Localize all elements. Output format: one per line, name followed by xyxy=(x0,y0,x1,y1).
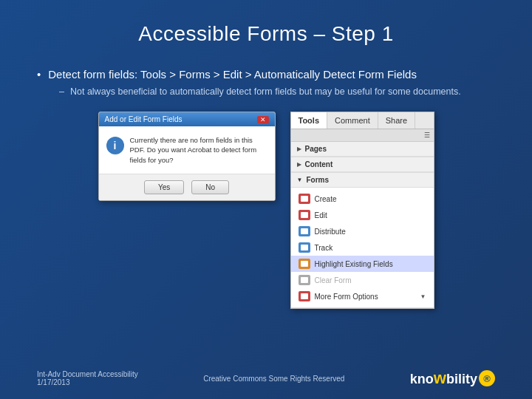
forms-item-clear: Clear Form xyxy=(291,272,434,288)
forms-title: Forms xyxy=(306,176,329,184)
edit-icon xyxy=(299,210,310,220)
main-bullet: Detect form fields: Tools > Forms > Edit… xyxy=(37,68,495,81)
logo-circle: ® xyxy=(479,370,495,386)
forms-item-more[interactable]: More Form Options ▼ xyxy=(291,288,434,304)
track-label: Track xyxy=(315,244,333,252)
tab-tools[interactable]: Tools xyxy=(291,112,328,129)
create-label: Create xyxy=(315,195,337,203)
images-row: Add or Edit Form Fields ✕ i Currently th… xyxy=(37,112,495,309)
more-chevron-icon: ▼ xyxy=(420,293,426,300)
logo-know: kno xyxy=(410,372,434,386)
panel-tabs: Tools Comment Share xyxy=(291,112,434,129)
tab-comment[interactable]: Comment xyxy=(327,112,378,129)
panel-content: ▶ Pages ▶ Content ▼ Forms xyxy=(291,142,434,308)
content-arrow-icon: ▶ xyxy=(297,161,301,168)
panel-menu-button[interactable]: ☰ xyxy=(424,132,430,139)
content-title: Content xyxy=(305,160,333,168)
panel-section-content: ▶ Content xyxy=(291,157,434,173)
logo-text: knowbility xyxy=(410,369,477,388)
forms-item-highlight[interactable]: Highlight Existing Fields xyxy=(291,256,434,272)
footer-left: Int-Adv Document Accessibility 1/17/2013 xyxy=(37,370,138,386)
forms-item-edit[interactable]: Edit xyxy=(291,207,434,223)
more-label: More Form Options xyxy=(315,293,378,301)
dialog-titlebar: Add or Edit Form Fields ✕ xyxy=(99,112,275,126)
highlight-icon xyxy=(299,259,310,269)
dialog-no-button[interactable]: No xyxy=(191,180,229,194)
panel-section-pages: ▶ Pages xyxy=(291,142,434,157)
footer-logo: knowbility ® xyxy=(410,369,495,388)
more-icon xyxy=(299,291,310,301)
forms-item-distribute[interactable]: Distribute xyxy=(291,223,434,239)
slide-title: Accessible Forms – Step 1 xyxy=(37,22,495,46)
panel-section-content-header[interactable]: ▶ Content xyxy=(291,157,434,172)
panel-toolbar: ☰ xyxy=(291,129,434,142)
bullet-section: Detect form fields: Tools > Forms > Edit… xyxy=(37,68,495,100)
dialog-info-icon: i xyxy=(106,137,124,154)
dialog-message: Currently there are no form fields in th… xyxy=(130,135,267,165)
clear-icon xyxy=(299,275,310,285)
create-icon xyxy=(299,194,310,204)
forms-arrow-icon: ▼ xyxy=(297,177,303,183)
pages-arrow-icon: ▶ xyxy=(297,146,301,152)
acrobat-panel: Tools Comment Share ☰ ▶ Pages ▶ xyxy=(290,112,434,309)
forms-item-track[interactable]: Track xyxy=(291,239,434,256)
logo-bility: bility xyxy=(446,372,477,386)
dialog-yes-button[interactable]: Yes xyxy=(144,180,184,194)
footer-left-line2: 1/17/2013 xyxy=(37,378,138,386)
dialog-box: Add or Edit Form Fields ✕ i Currently th… xyxy=(98,112,276,201)
highlight-label: Highlight Existing Fields xyxy=(315,260,393,268)
panel-section-pages-header[interactable]: ▶ Pages xyxy=(291,142,434,157)
edit-label: Edit xyxy=(315,211,327,219)
sub-bullet: Not always beneficial to automatically d… xyxy=(59,86,495,97)
pages-title: Pages xyxy=(305,145,327,153)
dialog-body: i Currently there are no form fields in … xyxy=(99,126,275,174)
dialog-close-button[interactable]: ✕ xyxy=(257,116,269,123)
panel-forms-items: Create Edit Distribute Track xyxy=(291,188,434,307)
clear-label: Clear Form xyxy=(315,276,352,284)
panel-section-forms-header[interactable]: ▼ Forms xyxy=(291,173,434,188)
slide-container: Accessible Forms – Step 1 Detect form fi… xyxy=(0,0,532,399)
dialog-title: Add or Edit Form Fields xyxy=(105,115,183,123)
footer-center: Creative Commons Some Rights Reserved xyxy=(203,375,344,383)
footer: Int-Adv Document Accessibility 1/17/2013… xyxy=(37,369,495,388)
track-icon xyxy=(299,242,310,253)
tab-share[interactable]: Share xyxy=(378,112,415,129)
distribute-label: Distribute xyxy=(315,228,346,236)
main-bullet-text: Detect form fields: Tools > Forms > Edit… xyxy=(48,68,417,81)
forms-item-create[interactable]: Create xyxy=(291,191,434,207)
dialog-footer: Yes No xyxy=(99,174,275,200)
panel-section-forms: ▼ Forms Create Edit xyxy=(291,173,434,308)
footer-left-line1: Int-Adv Document Accessibility xyxy=(37,370,138,378)
logo-w: w xyxy=(434,369,446,387)
sub-bullet-text: Not always beneficial to automatically d… xyxy=(70,86,461,97)
distribute-icon xyxy=(299,226,310,236)
